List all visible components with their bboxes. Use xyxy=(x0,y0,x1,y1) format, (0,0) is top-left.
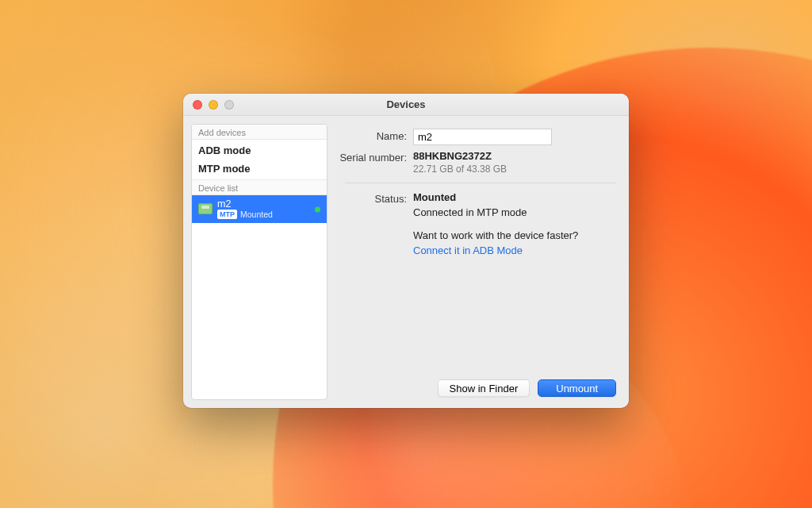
sidebar-item-adb-mode[interactable]: ADB mode xyxy=(192,141,327,160)
device-name: m2 xyxy=(217,198,273,210)
unmount-button[interactable]: Unmount xyxy=(538,379,616,397)
serial-label: Serial number: xyxy=(335,150,413,164)
sidebar: Add devices ADB mode MTP mode Device lis… xyxy=(191,124,327,400)
faster-prompt: Want to work with the device faster? xyxy=(413,229,616,241)
window-controls xyxy=(183,100,234,110)
close-icon[interactable] xyxy=(193,100,202,110)
status-label: Status: xyxy=(335,191,413,205)
online-status-icon xyxy=(315,206,320,212)
window-title: Devices xyxy=(183,98,629,110)
zoom-icon[interactable] xyxy=(224,100,234,110)
connect-adb-link[interactable]: Connect it in ADB Mode xyxy=(413,244,523,256)
details-panel: Name: Serial number: 88HKBNG2372Z 22.71 … xyxy=(335,124,621,400)
serial-value: 88HKBNG2372Z xyxy=(413,150,616,162)
device-list-item[interactable]: m2 MTP Mounted xyxy=(192,195,327,223)
sidebar-item-mtp-mode[interactable]: MTP mode xyxy=(192,160,327,178)
add-devices-header: Add devices xyxy=(192,125,327,140)
titlebar: Devices xyxy=(183,94,629,116)
name-label: Name: xyxy=(335,129,413,142)
name-field[interactable] xyxy=(413,129,552,145)
protocol-badge: MTP xyxy=(217,210,237,219)
storage-line: 22.71 GB of 43.38 GB xyxy=(413,164,616,175)
devices-window: Devices Add devices ADB mode MTP mode De… xyxy=(183,94,629,408)
status-subtext: Connected in MTP mode xyxy=(413,206,616,218)
show-in-finder-button[interactable]: Show in Finder xyxy=(438,379,530,397)
divider xyxy=(345,183,616,183)
status-value: Mounted xyxy=(413,191,616,203)
minimize-icon[interactable] xyxy=(209,100,218,110)
android-device-icon xyxy=(198,203,213,214)
device-list-header: Device list xyxy=(192,180,327,195)
device-status-word: Mounted xyxy=(240,210,273,219)
footer-buttons: Show in Finder Unmount xyxy=(335,379,616,397)
